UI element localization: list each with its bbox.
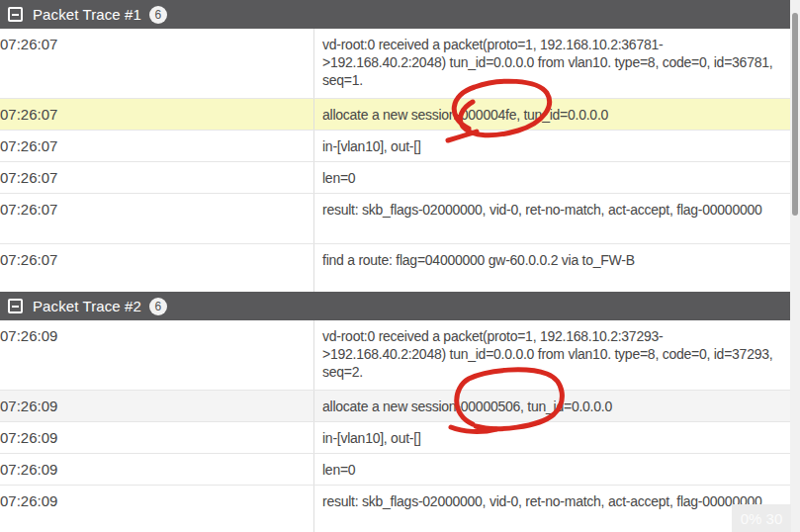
trace-row[interactable]: 07:26:09 vd-root:0 received a packet(pro… — [0, 320, 790, 391]
trace-row-message: in-[vlan10], out-[] — [313, 131, 790, 161]
trace-row-message: result: skb_flags-02000000, vid-0, ret-n… — [313, 486, 790, 532]
trace-row[interactable]: 07:26:07 find a route: flag=04000000 gw-… — [0, 244, 790, 292]
collapse-minus-icon[interactable] — [8, 299, 23, 313]
trace-row-time: 07:26:09 — [0, 454, 313, 485]
trace-row[interactable]: 07:26:07 in-[vlan10], out-[] — [0, 131, 790, 162]
trace-row-message: len=0 — [313, 454, 790, 485]
trace-row-hovered[interactable]: 07:26:09 allocate a new session-00000506… — [0, 391, 790, 422]
trace-row-highlighted[interactable]: 07:26:07 allocate a new session-000004fe… — [0, 99, 790, 131]
packet-trace-section-1: Packet Trace #1 6 07:26:07 vd-root:0 rec… — [0, 0, 790, 292]
trace-row[interactable]: 07:26:07 vd-root:0 received a packet(pro… — [0, 29, 790, 99]
trace-row-message: len=0 — [313, 162, 790, 193]
trace-row-message: vd-root:0 received a packet(proto=1, 192… — [313, 29, 790, 98]
trace-row-message: vd-root:0 received a packet(proto=1, 192… — [313, 320, 790, 390]
trace-title: Packet Trace #1 — [33, 6, 141, 23]
trace-row-time: 07:26:07 — [0, 162, 313, 193]
scrollbar-track[interactable] — [790, 0, 800, 532]
trace-row-time: 07:26:07 — [0, 29, 313, 98]
trace-row-time: 07:26:09 — [0, 486, 313, 532]
trace-row-message: result: skb_flags-02000000, vid-0, ret-n… — [313, 194, 790, 243]
trace-row-message: find a route: flag=04000000 gw-60.0.0.2 … — [313, 244, 790, 292]
trace-row-message: allocate a new session-00000506, tun_id=… — [313, 391, 790, 421]
trace-count-badge: 6 — [149, 298, 167, 315]
trace-title: Packet Trace #2 — [33, 298, 141, 314]
collapse-minus-icon[interactable] — [8, 7, 23, 22]
trace-row-message: in-[vlan10], out-[] — [313, 422, 790, 453]
trace-header-2[interactable]: Packet Trace #2 6 — [0, 292, 790, 320]
trace-row-time: 07:26:09 — [0, 422, 313, 453]
trace-row-time: 07:26:09 — [0, 320, 313, 390]
trace-content: Packet Trace #1 6 07:26:07 vd-root:0 rec… — [0, 0, 790, 532]
trace-row[interactable]: 07:26:09 in-[vlan10], out-[] — [0, 422, 790, 454]
trace-row-time: 07:26:07 — [0, 131, 313, 161]
scrollbar-thumb[interactable] — [792, 13, 798, 216]
trace-row-time: 07:26:07 — [0, 244, 313, 292]
recording-overlay: 0% 30 — [732, 504, 791, 532]
trace-count-badge: 6 — [149, 6, 167, 24]
trace-row[interactable]: 07:26:07 len=0 — [0, 162, 790, 194]
trace-row-time: 07:26:07 — [0, 99, 313, 130]
trace-row[interactable]: 07:26:09 len=0 — [0, 454, 790, 486]
trace-row[interactable]: 07:26:09 result: skb_flags-02000000, vid… — [0, 486, 790, 532]
packet-trace-viewer: Packet Trace #1 6 07:26:07 vd-root:0 rec… — [0, 0, 800, 532]
packet-trace-section-2: Packet Trace #2 6 07:26:09 vd-root:0 rec… — [0, 292, 790, 532]
trace-row-message: allocate a new session-000004fe, tun_id=… — [313, 99, 790, 130]
trace-header-1[interactable]: Packet Trace #1 6 — [0, 0, 790, 29]
trace-row[interactable]: 07:26:07 result: skb_flags-02000000, vid… — [0, 194, 790, 244]
trace-row-time: 07:26:09 — [0, 391, 313, 421]
trace-row-time: 07:26:07 — [0, 194, 313, 243]
